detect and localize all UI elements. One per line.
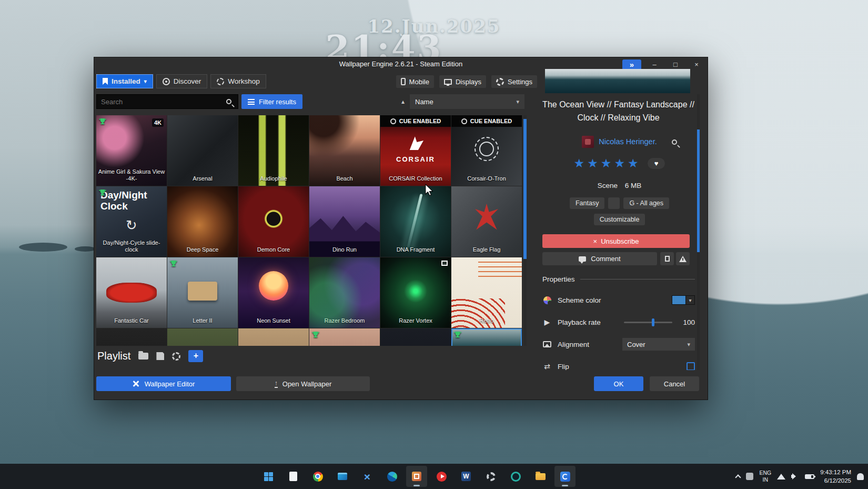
wallpaper-tile[interactable]: Audiophile bbox=[238, 115, 309, 186]
workshop-icon bbox=[217, 78, 224, 85]
wallpaper-type: Scene bbox=[598, 182, 618, 189]
open-playlist-folder-icon[interactable] bbox=[138, 353, 148, 360]
search-author-button[interactable] bbox=[669, 136, 680, 148]
settings-button[interactable]: Settings bbox=[491, 75, 537, 88]
start-button[interactable] bbox=[258, 466, 279, 487]
panel-scrollbar[interactable] bbox=[697, 94, 700, 370]
alignment-dropdown[interactable]: Cover ▾ bbox=[622, 338, 695, 351]
star-icon: ★ bbox=[574, 156, 588, 170]
wallpaper-tile[interactable]: Razer Vortex bbox=[380, 257, 451, 328]
tray-app-icon[interactable] bbox=[746, 473, 753, 480]
language-indicator[interactable]: ENG IN bbox=[759, 470, 771, 483]
wallpaper-tile[interactable]: Arsenal bbox=[167, 115, 238, 186]
playback-rate-slider[interactable] bbox=[624, 322, 672, 323]
tab-installed[interactable]: Installed ▾ bbox=[96, 74, 153, 88]
taskbar-icon-settings[interactable] bbox=[480, 466, 501, 487]
tray-chevron-up-icon[interactable] bbox=[735, 474, 741, 480]
tab-workshop[interactable]: Workshop bbox=[210, 74, 266, 88]
playback-rate-row: ▶ Playback rate 100 bbox=[542, 315, 695, 329]
wallpaper-tile[interactable]: Demon Core bbox=[238, 186, 309, 257]
notification-bell-icon[interactable] bbox=[857, 473, 864, 480]
wallpaper-tile[interactable]: CUE ENABLED CORSAIR CORSAIR Collection bbox=[380, 115, 451, 186]
wallpaper-tile[interactable] bbox=[96, 328, 167, 346]
wallpaper-tile[interactable]: Deep Space bbox=[167, 186, 238, 257]
properties-title: Properties bbox=[542, 275, 575, 283]
image-icon bbox=[543, 341, 551, 347]
sort-dropdown[interactable]: Name ▾ bbox=[410, 94, 524, 109]
wallpaper-tile[interactable]: Dino Run bbox=[309, 186, 380, 257]
playlist-settings-icon[interactable] bbox=[172, 352, 180, 361]
caret-down-icon: ▾ bbox=[516, 98, 519, 105]
grid-scrollbar[interactable] bbox=[523, 115, 527, 346]
panel-scrollbar-thumb[interactable] bbox=[697, 129, 700, 252]
report-button[interactable] bbox=[676, 252, 690, 265]
tools-icon bbox=[133, 380, 140, 387]
taskbar-icon-teal-app[interactable] bbox=[505, 466, 526, 487]
wallpaper-tile[interactable] bbox=[380, 328, 451, 346]
wallpaper-tile[interactable]: Fantastic Car bbox=[96, 257, 167, 328]
rating-stars[interactable]: ★★★★★ bbox=[574, 156, 641, 171]
wallpaper-tile[interactable]: Neon Sunset bbox=[238, 257, 309, 328]
mobile-button[interactable]: Mobile bbox=[396, 75, 434, 88]
taskbar-icon-explorer[interactable] bbox=[530, 466, 551, 487]
wifi-icon[interactable] bbox=[777, 474, 785, 480]
taskbar-icon-files[interactable] bbox=[332, 466, 353, 487]
search-input[interactable] bbox=[97, 98, 226, 106]
wallpaper-editor-button[interactable]: Wallpaper Editor bbox=[96, 376, 231, 391]
tile-overlay-text: Day/Night Clock bbox=[100, 190, 153, 212]
clock-tray[interactable]: 9:43:12 PM 6/12/2025 bbox=[820, 468, 851, 485]
wallpaper-tile[interactable]: Eagle Flag bbox=[451, 186, 522, 257]
wallpaper-tile-selected[interactable]: 1:18 bbox=[451, 328, 522, 346]
unsubscribe-button[interactable]: × Unsubscribe bbox=[542, 234, 690, 248]
wallpaper-tile[interactable]: Day/Night Clock ↻ Day/Night-Cycle slide-… bbox=[96, 186, 167, 257]
taskbar-icon-snip[interactable] bbox=[406, 466, 427, 487]
battery-icon[interactable] bbox=[805, 474, 814, 479]
volume-icon[interactable] bbox=[791, 473, 799, 480]
wallpaper-tile[interactable]: Razer Bedroom bbox=[309, 257, 380, 328]
cancel-button[interactable]: Cancel bbox=[650, 376, 699, 391]
ok-button[interactable]: OK bbox=[594, 376, 643, 391]
taskbar-icon-docs[interactable] bbox=[282, 466, 304, 487]
wallpaper-tile[interactable]: 4K Anime Girl & Sakura View -4K- bbox=[96, 115, 167, 186]
caret-down-icon[interactable]: ▾ bbox=[686, 295, 695, 305]
wallpaper-tile[interactable]: Beach bbox=[309, 115, 380, 186]
color-swatch[interactable] bbox=[672, 295, 686, 305]
wallpaper-tile[interactable]: Retro bbox=[451, 257, 522, 328]
taskbar-icon-chrome[interactable] bbox=[307, 466, 328, 487]
collapse-button[interactable]: ▴ bbox=[396, 95, 410, 108]
add-playlist-button[interactable]: + bbox=[188, 350, 203, 362]
search-icon[interactable] bbox=[226, 99, 231, 104]
wallpaper-tile[interactable]: CUE ENABLED Corsair-O-Tron bbox=[451, 115, 522, 186]
taskbar-icon-edge[interactable] bbox=[381, 466, 402, 487]
wallpaper-tile[interactable] bbox=[309, 328, 380, 346]
tab-discover[interactable]: Discover bbox=[156, 74, 208, 88]
favorite-button[interactable]: ♥ bbox=[648, 158, 665, 169]
tag-row: Customizable bbox=[539, 214, 700, 225]
copy-button[interactable] bbox=[660, 252, 674, 265]
island bbox=[75, 246, 96, 252]
wallpaper-grid: 4K Anime Girl & Sakura View -4K- Arsenal… bbox=[96, 115, 522, 346]
taskbar-icon-youtube-music[interactable] bbox=[431, 466, 452, 487]
filter-results-button[interactable]: Filter results bbox=[241, 94, 302, 109]
scheme-color-row: Scheme color ▾ bbox=[542, 293, 695, 307]
wallpaper-tile[interactable]: Letter II bbox=[167, 257, 238, 328]
sort-value: Name bbox=[415, 98, 433, 106]
trophy-icon bbox=[99, 189, 106, 196]
flip-checkbox[interactable] bbox=[687, 362, 695, 370]
taskbar-icon-x[interactable]: × bbox=[357, 466, 378, 487]
save-playlist-icon[interactable] bbox=[156, 352, 164, 360]
wallpaper-tile[interactable] bbox=[167, 328, 238, 346]
slider-thumb[interactable] bbox=[652, 318, 654, 326]
author-link[interactable]: Nicolas Heringer. bbox=[599, 137, 657, 146]
scheme-color-picker[interactable]: ▾ bbox=[672, 295, 695, 305]
displays-button[interactable]: Displays bbox=[439, 75, 486, 88]
wallpaper-tile[interactable] bbox=[238, 328, 309, 346]
grid-scrollbar-thumb[interactable] bbox=[523, 119, 527, 259]
author-avatar[interactable] bbox=[582, 136, 594, 148]
wallpaper-tile[interactable]: DNA Fragment bbox=[380, 186, 451, 257]
comment-button[interactable]: Comment bbox=[542, 252, 657, 265]
files-app-icon bbox=[338, 473, 347, 480]
taskbar-icon-word[interactable]: W bbox=[456, 466, 477, 487]
open-wallpaper-button[interactable]: ↑ Open Wallpaper bbox=[236, 376, 370, 391]
taskbar-icon-wallpaper-engine[interactable] bbox=[554, 466, 576, 487]
